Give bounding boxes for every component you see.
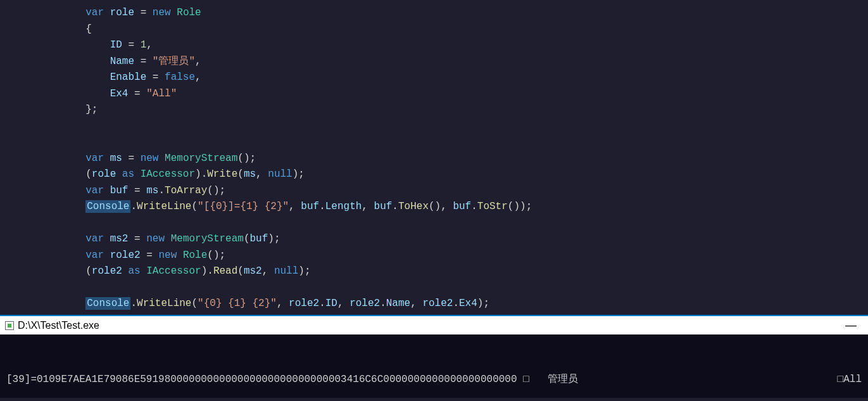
code-line (13, 215, 868, 232)
code-line: Console.WriteLine("{0} {1} {2}", role2.I… (13, 296, 868, 312)
terminal-titlebar[interactable]: D:\X\Test\Test.exe — (0, 316, 868, 334)
code-editor[interactable]: var role = new Role { ID = 1, Name = "管理… (0, 0, 868, 315)
terminal-title-text: D:\X\Test\Test.exe (18, 320, 99, 331)
code-line: Console.WriteLine("[{0}]={1} {2}", buf.L… (13, 199, 868, 215)
terminal-panel: D:\X\Test\Test.exe — [39]=0109E7AEA1E790… (0, 315, 868, 398)
code-line: var ms = new MemoryStream(); (13, 151, 868, 167)
code-line: }; (13, 102, 868, 118)
code-line (13, 280, 868, 296)
terminal-output[interactable]: [39]=0109E7AEA1E79086E591980000000000000… (0, 334, 868, 398)
highlighted-symbol: Console (85, 200, 130, 213)
code-line: Name = "管理员", (13, 54, 868, 70)
highlighted-symbol: Console (85, 297, 130, 310)
code-line (13, 134, 868, 151)
code-line: var role = new Role (13, 5, 868, 22)
code-line: var ms2 = new MemoryStream(buf); (13, 231, 868, 248)
code-line: (role as IAccessor).Write(ms, null); (13, 167, 868, 183)
terminal-app-icon (5, 321, 14, 330)
code-line: var buf = ms.ToArray(); (13, 183, 868, 200)
output-line: [39]=0109E7AEA1E79086E591980000000000000… (6, 371, 862, 388)
code-line: var role2 = new Role(); (13, 248, 868, 264)
code-line (13, 118, 868, 135)
code-line: Ex4 = "All" (13, 86, 868, 103)
minimize-button[interactable]: — (839, 319, 863, 332)
code-line: Enable = false, (13, 70, 868, 86)
code-line: (role2 as IAccessor).Read(ms2, null); (13, 264, 868, 280)
code-line: ID = 1, (13, 37, 868, 54)
code-line: { (13, 22, 868, 38)
